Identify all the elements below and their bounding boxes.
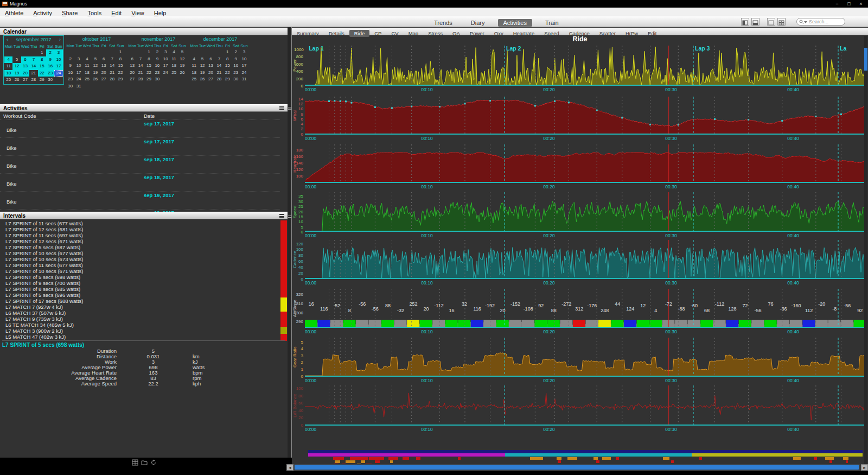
calendar-day[interactable]: 30 [46,77,54,84]
calendar-day[interactable]: 29 [224,76,232,83]
refresh-icon[interactable] [150,459,157,466]
interval-item[interactable]: L7 SPRINT of 12 secs (671 watts) [0,238,271,244]
calendar-day[interactable]: 8 [145,56,153,63]
calendar-day[interactable]: 29 [116,76,124,83]
interval-item[interactable]: L7 SPRINT of 5 secs (698 watts) [0,274,271,280]
splitter-grip-icon[interactable] [288,107,291,110]
interval-item[interactable]: L6 TE MATCH 34 (485w 5 kJ) [0,322,271,328]
calendar-day[interactable]: 16 [153,62,161,69]
calendar-day[interactable]: 2 [232,49,240,56]
calendar-day[interactable]: 26 [178,69,186,77]
interval-item[interactable]: L7 MATCH 7 (927w 4 kJ) [0,304,271,310]
band-interval-block[interactable] [616,457,619,460]
calendar-day[interactable]: 18 [170,62,178,69]
calendar-day[interactable]: 19 [178,62,186,69]
hscroll-right-button[interactable]: ► [861,464,868,471]
tab-diary[interactable]: Diary [465,19,490,27]
interval-item[interactable]: L7 SPRINT of 11 secs (677 watts) [0,220,271,226]
calendar-day[interactable]: 15 [224,62,232,69]
calendar-day[interactable]: 10 [240,56,248,63]
calendar-day[interactable]: 23 [66,76,74,83]
calendar-day[interactable]: 20 [21,70,29,77]
calendar-day[interactable]: 4 [190,56,198,63]
band-interval-block[interactable] [403,457,409,460]
altslope-segment[interactable] [509,320,521,328]
altslope-segment[interactable] [445,320,458,328]
activity-row[interactable]: sep 19, 2017Bike [0,191,280,209]
vertical-scrollbar[interactable] [864,36,867,466]
calendar-day[interactable]: 13 [21,63,29,70]
altslope-segment[interactable] [598,320,611,328]
band-interval-block[interactable] [388,457,398,460]
wbal-chart[interactable] [305,97,866,135]
calendar-day[interactable]: 14 [136,62,144,69]
calendar-day[interactable]: 3 [240,49,248,56]
tile-view-icon[interactable] [777,18,786,26]
calendar-day[interactable]: 1 [224,49,232,56]
calendar-day[interactable]: 4 [83,56,91,63]
altslope-segment[interactable] [534,320,547,328]
activities-header[interactable]: Activities [0,104,288,112]
band-interval-block[interactable] [793,457,801,460]
altslope-segment[interactable] [675,320,687,328]
band-interval-block[interactable] [416,457,420,460]
calendar-day[interactable]: 18 [4,70,12,77]
band-interval-block[interactable] [593,457,598,460]
calendar-day[interactable]: 30 [66,83,74,90]
calendar-day[interactable]: 2 [153,49,161,56]
band-interval-block[interactable] [846,460,848,463]
calendar-day[interactable]: 15 [38,63,46,70]
interval-item[interactable]: L7 SPRINT of 12 secs (681 watts) [0,226,271,232]
band-lap-segment[interactable] [692,453,863,457]
calendar-day[interactable]: 6 [128,56,136,63]
altslope-segment[interactable] [356,320,368,328]
altslope-segment[interactable] [471,320,483,328]
interval-item[interactable]: L7 SPRINT of 11 secs (677 watts) [0,262,271,268]
band-interval-block[interactable] [361,460,365,463]
altslope-segment[interactable] [662,320,675,328]
altslope-segment[interactable] [764,320,777,328]
interval-item[interactable]: L7 SPRINT of 5 secs (696 watts) [0,292,271,298]
calendar-day[interactable]: 16 [66,69,74,77]
calendar-day[interactable]: 13 [100,62,108,69]
folder-icon[interactable] [141,459,148,466]
gearratio-chart[interactable] [305,338,866,377]
calendar-day[interactable]: 3 [162,49,170,56]
altslope-segment[interactable] [496,320,509,328]
calendar-day[interactable]: 8 [116,56,124,63]
band-interval-block[interactable] [369,457,384,460]
single-view-icon[interactable] [767,18,775,26]
band-interval-block[interactable] [458,457,461,460]
calendar-day[interactable]: 24 [74,76,82,83]
altslope-segment[interactable] [841,320,853,328]
calendar-day[interactable]: 10 [162,56,170,63]
band-interval-block[interactable] [699,457,702,460]
altslope-segment[interactable] [420,320,432,328]
band-interval-block[interactable] [596,460,599,463]
calendar-day[interactable]: 15 [145,62,153,69]
vertical-scrollbar-thumb[interactable] [864,48,867,71]
heartrate-chart[interactable] [305,144,866,183]
activity-row[interactable]: sep 18, 2017Bike [0,155,280,173]
power-chart[interactable] [305,46,866,86]
calendar-day[interactable]: 23 [232,69,240,77]
calendar-day[interactable]: 12 [178,56,186,63]
calendar-day[interactable]: 25 [83,76,91,83]
calendar-day[interactable]: 22 [145,69,153,77]
altslope-segment[interactable] [624,320,636,328]
calendar-day[interactable]: 2 [66,56,74,63]
maximize-button[interactable]: □ [843,0,855,8]
altslope-segment[interactable] [586,320,598,328]
band-interval-block[interactable] [557,457,561,460]
altslope-segment[interactable] [649,320,662,328]
activity-row[interactable]: sep 17, 2017Bike [0,137,280,155]
activity-row[interactable]: sep 17, 2017Bike [0,119,280,137]
calendar-day[interactable]: 4 [170,49,178,56]
altslope-segment[interactable] [432,320,445,328]
calendar-day[interactable]: 19 [91,69,99,77]
calendar-day[interactable]: 28 [215,76,223,83]
calendar-day[interactable]: 17 [162,62,170,69]
band-interval-block[interactable] [829,460,832,463]
band-interval-block[interactable] [335,460,340,463]
calendar-day[interactable]: 15 [116,62,124,69]
